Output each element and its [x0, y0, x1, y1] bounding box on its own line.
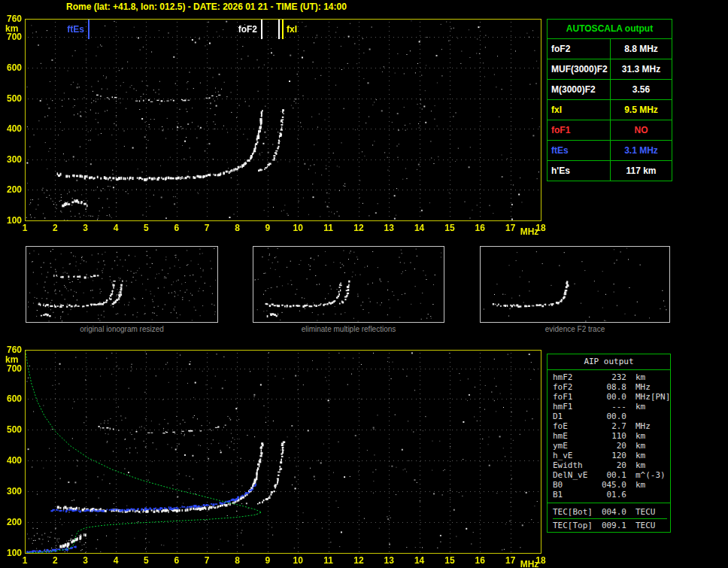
- aip-row-hmf1: hmF1---km: [553, 402, 667, 412]
- aip-row-foe: foE2.7MHz: [553, 421, 667, 431]
- autoscala-param-label: h'Es: [548, 161, 611, 181]
- autoscala-param-label: foF2: [548, 39, 611, 59]
- thumbnail-evidence-f2-trace: [480, 246, 670, 323]
- aip-param-label: D1: [553, 412, 599, 421]
- autoscala-window: Rome (lat: +41.8, lon: 012.5) - DATE: 20…: [0, 0, 728, 568]
- aip-title: AIP output: [548, 354, 670, 370]
- autoscala-param-value: NO: [611, 120, 672, 140]
- autoscala-title: AUTOSCALA output: [548, 20, 672, 39]
- autoscala-row-ftes: ftEs3.1 MHz: [548, 140, 672, 160]
- aip-param-value: 20: [599, 460, 626, 470]
- thumbnail-eliminate-reflections: [253, 246, 444, 323]
- aip-param-value: 120: [599, 451, 626, 460]
- aip-param-label: foF2: [553, 382, 599, 392]
- aip-param-value: 004.0: [599, 507, 626, 517]
- autoscala-row-fof2: foF28.8 MHz: [548, 39, 672, 59]
- aip-output-table: AIP output hmF2232kmfoF208.8MHzfoF100.0M…: [547, 354, 671, 533]
- autoscala-rows: foF28.8 MHzMUF(3000)F231.3 MHzM(3000)F23…: [548, 39, 672, 181]
- aip-param-unit: TECU: [626, 521, 656, 530]
- aip-param-note: [PN]: [651, 392, 673, 402]
- thumbnail-caption: eliminate multiple reflections: [253, 325, 444, 333]
- aip-param-unit: km: [626, 372, 645, 382]
- aip-separator: [553, 518, 667, 519]
- aip-separator: [548, 503, 670, 503]
- aip-param-value: 2.7: [599, 421, 626, 431]
- aip-row-tec-bot: TEC[Bot]004.0TECU: [553, 507, 667, 517]
- aip-param-label: hmF1: [553, 402, 599, 412]
- aip-param-unit: km: [626, 451, 645, 460]
- aip-param-label: Ewidth: [553, 460, 599, 470]
- aip-param-value: 00.1: [599, 470, 626, 480]
- aip-param-label: DelN_vE: [553, 470, 599, 480]
- aip-rows: hmF2232kmfoF208.8MHzfoF100.0MHz[PN]hmF1-…: [548, 370, 670, 501]
- aip-row-d1: D100.0: [553, 412, 667, 421]
- autoscala-param-value: 3.56: [611, 80, 672, 99]
- autoscala-row-muf-3000-f2: MUF(3000)F231.3 MHz: [548, 59, 672, 79]
- profile-plot: [0, 345, 546, 568]
- autoscala-row-fof1: foF1NO: [548, 120, 672, 140]
- aip-param-label: foE: [553, 421, 599, 431]
- aip-param-value: 110: [599, 431, 626, 441]
- aip-param-label: ymE: [553, 441, 599, 451]
- aip-param-value: 045.0: [599, 480, 626, 490]
- autoscala-output-table: AUTOSCALA output foF28.8 MHzMUF(3000)F23…: [547, 19, 672, 181]
- aip-param-unit: m^(-3): [626, 470, 666, 480]
- autoscala-param-label: foF1: [548, 120, 611, 140]
- aip-param-unit: km: [626, 441, 645, 451]
- aip-param-value: 08.8: [599, 382, 626, 392]
- autoscala-row-m-3000-f2: M(3000)F23.56: [548, 79, 672, 99]
- aip-row-b1: B101.6: [553, 490, 667, 500]
- aip-row-b0: B0045.0km: [553, 480, 667, 490]
- aip-param-unit: MHz: [626, 382, 651, 392]
- aip-param-value: 20: [599, 441, 626, 451]
- aip-tec-rows: TEC[Bot]004.0TECUTEC[Top]009.1TECU: [548, 505, 670, 532]
- aip-row-yme: ymE20km: [553, 441, 667, 451]
- aip-param-unit: MHz: [626, 392, 651, 402]
- aip-row-deln-ve: DelN_vE00.1m^(-3): [553, 470, 667, 480]
- aip-param-unit: km: [626, 431, 645, 441]
- aip-param-label: B1: [553, 490, 599, 500]
- aip-param-unit: km: [626, 460, 645, 470]
- thumbnail-original-ionogram: [26, 246, 218, 323]
- aip-param-label: h_vE: [553, 451, 599, 460]
- aip-param-unit: MHz: [626, 421, 651, 431]
- aip-row-hmf2: hmF2232km: [553, 372, 667, 382]
- aip-row-fof1: foF100.0MHz[PN]: [553, 392, 667, 402]
- aip-row-hme: hmE110km: [553, 431, 667, 441]
- aip-row-ewidth: Ewidth20km: [553, 460, 667, 470]
- station-title: Rome (lat: +41.8, lon: 012.5) - DATE: 20…: [66, 2, 347, 12]
- aip-param-label: foF1: [553, 392, 599, 402]
- autoscala-param-label: M(3000)F2: [548, 80, 611, 99]
- aip-param-label: B0: [553, 480, 599, 490]
- aip-param-value: 00.0: [599, 392, 626, 402]
- aip-param-label: hmE: [553, 431, 599, 441]
- autoscala-param-label: MUF(3000)F2: [548, 59, 611, 79]
- autoscala-param-value: 117 km: [611, 161, 672, 181]
- autoscala-param-value: 9.5 MHz: [611, 100, 672, 120]
- aip-param-unit: km: [626, 480, 645, 490]
- aip-param-label: TEC[Top]: [553, 521, 599, 530]
- thumbnail-caption: evidence F2 trace: [480, 325, 670, 333]
- aip-param-value: 00.0: [599, 412, 626, 421]
- aip-param-value: 009.1: [599, 521, 626, 530]
- aip-param-label: TEC[Bot]: [553, 507, 599, 517]
- autoscala-param-value: 8.8 MHz: [611, 39, 672, 59]
- autoscala-param-label: ftEs: [548, 141, 611, 160]
- autoscala-param-value: 31.3 MHz: [611, 59, 672, 79]
- autoscala-param-value: 3.1 MHz: [611, 141, 672, 160]
- thumbnail-caption: original ionogram resized: [26, 325, 218, 333]
- aip-param-value: 232: [599, 372, 626, 382]
- aip-param-unit: km: [626, 402, 645, 412]
- aip-row-fof2: foF208.8MHz: [553, 382, 667, 392]
- aip-param-value: 01.6: [599, 490, 626, 500]
- aip-row-h-ve: h_vE120km: [553, 451, 667, 460]
- autoscala-row-h-es: h'Es117 km: [548, 160, 672, 181]
- ionogram-plot: [0, 14, 546, 239]
- aip-param-label: hmF2: [553, 372, 599, 382]
- aip-row-tec-top: TEC[Top]009.1TECU: [553, 521, 667, 530]
- aip-param-value: ---: [599, 402, 626, 412]
- autoscala-param-label: fxI: [548, 100, 611, 120]
- autoscala-row-fxi: fxI9.5 MHz: [548, 99, 672, 120]
- aip-param-unit: TECU: [626, 507, 656, 517]
